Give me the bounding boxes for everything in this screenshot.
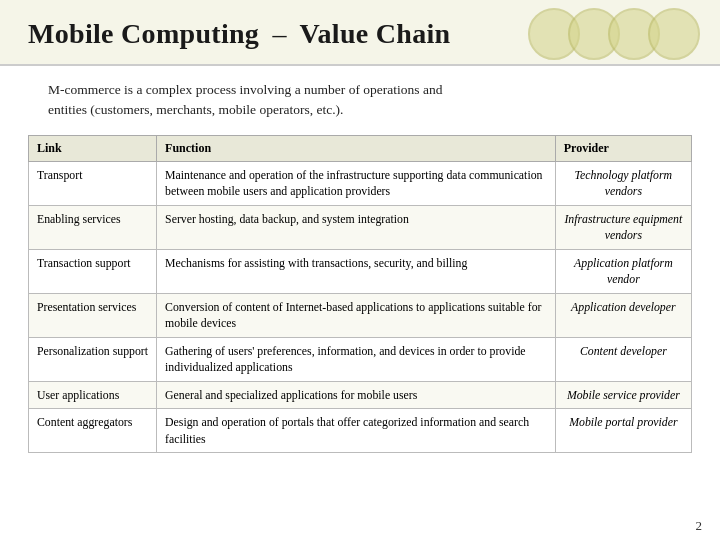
table-row: TransportMaintenance and operation of th…: [29, 161, 692, 205]
table-row: Personalization supportGathering of user…: [29, 337, 692, 381]
cell-provider: Application developer: [555, 293, 691, 337]
cell-link: Transport: [29, 161, 157, 205]
title-part1: Mobile Computing: [28, 18, 259, 49]
cell-function: Mechanisms for assisting with transactio…: [157, 249, 556, 293]
cell-link: Content aggregators: [29, 409, 157, 453]
col-header-provider: Provider: [555, 135, 691, 161]
cell-provider: Mobile service provider: [555, 381, 691, 409]
cell-function: Design and operation of portals that off…: [157, 409, 556, 453]
subtitle-line2: entities (customers, merchants, mobile o…: [48, 102, 343, 117]
cell-function: Maintenance and operation of the infrast…: [157, 161, 556, 205]
subtitle-text: M-commerce is a complex process involvin…: [48, 80, 692, 121]
cell-provider: Mobile portal provider: [555, 409, 691, 453]
page-number: 2: [696, 518, 703, 534]
cell-link: Presentation services: [29, 293, 157, 337]
subtitle-line1: M-commerce is a complex process involvin…: [48, 82, 442, 97]
cell-link: Personalization support: [29, 337, 157, 381]
cell-link: Enabling services: [29, 205, 157, 249]
table-row: Transaction supportMechanisms for assist…: [29, 249, 692, 293]
value-chain-table-wrapper: Link Function Provider TransportMaintena…: [0, 131, 720, 464]
table-row: Content aggregatorsDesign and operation …: [29, 409, 692, 453]
value-chain-table: Link Function Provider TransportMaintena…: [28, 135, 692, 454]
cell-link: Transaction support: [29, 249, 157, 293]
header-section: Mobile Computing – Value Chain: [0, 0, 720, 66]
cell-provider: Content developer: [555, 337, 691, 381]
decorative-circles: [528, 8, 700, 60]
col-header-link: Link: [29, 135, 157, 161]
cell-function: Conversion of content of Internet-based …: [157, 293, 556, 337]
circle-4: [648, 8, 700, 60]
cell-link: User applications: [29, 381, 157, 409]
cell-function: Gathering of users' preferences, informa…: [157, 337, 556, 381]
col-header-function: Function: [157, 135, 556, 161]
cell-provider: Infrastructure equipment vendors: [555, 205, 691, 249]
subtitle-section: M-commerce is a complex process involvin…: [0, 66, 720, 131]
title-dash: –: [272, 18, 286, 49]
cell-provider: Technology platform vendors: [555, 161, 691, 205]
table-row: Presentation servicesConversion of conte…: [29, 293, 692, 337]
cell-provider: Application platform vendor: [555, 249, 691, 293]
cell-function: General and specialized applications for…: [157, 381, 556, 409]
cell-function: Server hosting, data backup, and system …: [157, 205, 556, 249]
table-row: Enabling servicesServer hosting, data ba…: [29, 205, 692, 249]
title-part2: Value Chain: [300, 18, 451, 49]
table-row: User applicationsGeneral and specialized…: [29, 381, 692, 409]
table-header-row: Link Function Provider: [29, 135, 692, 161]
